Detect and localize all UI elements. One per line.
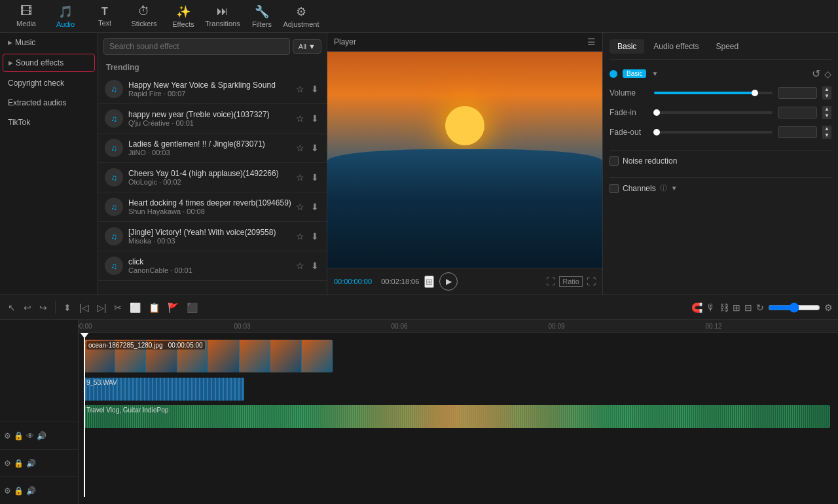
download-button-4[interactable]: ⬇: [310, 171, 320, 184]
volume-value[interactable]: 0.0dB: [778, 87, 817, 99]
diamond-button[interactable]: ◇: [824, 67, 831, 80]
fadein-thumb[interactable]: [653, 109, 660, 116]
undo-button[interactable]: ↺: [812, 67, 820, 80]
play-button[interactable]: ▶: [439, 272, 458, 291]
sidebar-item-sound-effects[interactable]: ▶ Sound effects: [3, 54, 95, 72]
copy-btn[interactable]: ⬜: [127, 300, 143, 315]
zoom-slider[interactable]: [768, 302, 820, 313]
track-a2-settings[interactable]: ⚙: [4, 486, 11, 495]
fadeout-slider[interactable]: [654, 131, 773, 134]
toolbar-audio[interactable]: 🎵 Audio: [46, 1, 85, 31]
split-audio-btn[interactable]: ⊞: [733, 302, 740, 313]
link-btn[interactable]: ⛓: [720, 302, 729, 313]
expand-button[interactable]: ⛶: [587, 276, 596, 287]
select-tool[interactable]: ↖: [5, 300, 18, 315]
tab-speed[interactable]: Speed: [708, 39, 747, 54]
track-audio-icon[interactable]: 🔊: [37, 431, 46, 441]
redo-tl[interactable]: ↪: [37, 300, 50, 315]
download-button-7[interactable]: ⬇: [310, 259, 320, 272]
toolbar-media[interactable]: 🎞 Media: [7, 1, 46, 31]
volume-thumb[interactable]: [752, 90, 758, 96]
sidebar-item-copyright[interactable]: Copyright check: [0, 73, 98, 93]
join-btn[interactable]: ⊟: [744, 302, 752, 313]
volume-up[interactable]: ▲: [822, 86, 831, 93]
grid-button[interactable]: ⊞: [424, 276, 434, 288]
loop-btn[interactable]: ↻: [756, 302, 764, 313]
sidebar-item-tiktok[interactable]: TikTok: [0, 113, 98, 132]
timeline-ruler: 00:00 00:03 00:06 00:09 00:12 1:00: [79, 320, 838, 333]
tab-audio-effects[interactable]: Audio effects: [646, 39, 706, 54]
toolbar-effects[interactable]: ✨ Effects: [164, 1, 203, 31]
basic-badge[interactable]: Basic: [623, 69, 646, 78]
video-track[interactable]: ocean-1867285_1280.jpg 00:00:05:00: [84, 340, 333, 372]
fadeout-up[interactable]: ▲: [822, 126, 831, 132]
track-a1-settings[interactable]: ⚙: [4, 459, 11, 468]
split-btn[interactable]: ⬍: [61, 300, 74, 315]
track-a2-lock[interactable]: 🔒: [14, 486, 24, 495]
sidebar-item-extracted[interactable]: Extracted audios: [0, 93, 98, 113]
fadein-value[interactable]: 0.0s: [778, 107, 817, 118]
track-a1-vol[interactable]: 🔊: [26, 459, 36, 468]
track-a2-vol[interactable]: 🔊: [26, 486, 36, 495]
fadeout-value[interactable]: 0.0s: [778, 126, 817, 138]
audio-track-2[interactable]: Travel Vlog, Guitar IndiePop: [84, 405, 830, 428]
sound-item-1[interactable]: ♫ Happy New Year Voice & Sparkling Sound…: [98, 75, 327, 104]
marker-btn[interactable]: 🚩: [165, 300, 181, 315]
track-settings-icon[interactable]: ⚙: [4, 431, 11, 441]
noise-reduction-checkbox[interactable]: [610, 156, 619, 166]
freeze-btn[interactable]: ⬛: [184, 300, 200, 315]
mic-btn[interactable]: 🎙: [706, 302, 716, 313]
player-menu-button[interactable]: ☰: [587, 37, 596, 47]
sound-item-3[interactable]: ♫ Ladies & gentlemen! !! / Jingle(873071…: [98, 134, 327, 163]
paste-btn[interactable]: 📋: [146, 300, 162, 315]
sound-actions-6: ☆ ⬇: [295, 230, 320, 243]
trim-right-btn[interactable]: ▷|: [94, 300, 109, 315]
fadein-up[interactable]: ▲: [822, 106, 831, 113]
favorite-button-5[interactable]: ☆: [295, 200, 306, 213]
ratio-button[interactable]: Ratio: [559, 276, 583, 287]
favorite-button-3[interactable]: ☆: [295, 141, 306, 154]
sidebar-item-music[interactable]: ▶ Music: [0, 33, 98, 52]
download-button-6[interactable]: ⬇: [310, 230, 320, 243]
toolbar-adjustment[interactable]: ⚙ Adjustment: [282, 1, 321, 31]
channels-checkbox[interactable]: [610, 184, 619, 193]
track-lock-icon[interactable]: 🔒: [14, 431, 24, 441]
fadeout-thumb[interactable]: [653, 129, 660, 135]
toolbar-stickers[interactable]: ⏱ Stickers: [124, 1, 164, 31]
sound-item-5[interactable]: ♫ Heart docking 4 times deeper reverb(10…: [98, 192, 327, 222]
fadeout-down[interactable]: ▼: [822, 132, 831, 139]
search-input[interactable]: [103, 38, 290, 55]
download-button-1[interactable]: ⬇: [310, 82, 320, 96]
magnet-btn[interactable]: 🧲: [691, 302, 702, 313]
favorite-button-2[interactable]: ☆: [295, 112, 306, 125]
download-button-2[interactable]: ⬇: [310, 112, 320, 125]
sound-item-7[interactable]: ♫ click CanonCable · 00:01 ☆ ⬇: [98, 251, 327, 281]
download-button-5[interactable]: ⬇: [310, 200, 320, 213]
tab-basic[interactable]: Basic: [610, 39, 644, 54]
filter-button[interactable]: All ▼: [293, 39, 321, 54]
settings-tl-btn[interactable]: ⚙: [824, 302, 833, 313]
sound-item-6[interactable]: ♫ [Jingle] Victory! (Yeah! With voice(20…: [98, 222, 327, 251]
fadein-down[interactable]: ▼: [822, 113, 831, 119]
sound-name-3: Ladies & gentlemen! !! / Jingle(873071): [128, 139, 295, 149]
favorite-button-7[interactable]: ☆: [295, 259, 306, 272]
sound-item-4[interactable]: ♫ Cheers Yay 01-4 (high applause)(149226…: [98, 163, 327, 192]
favorite-button-4[interactable]: ☆: [295, 171, 306, 184]
volume-slider[interactable]: [654, 92, 773, 94]
track-eye-icon[interactable]: 👁: [26, 431, 34, 441]
track-a1-lock[interactable]: 🔒: [14, 459, 24, 468]
sound-item-2[interactable]: ♫ happy new year (Treble voice)(1037327)…: [98, 104, 327, 134]
fullscreen-crop-button[interactable]: ⛶: [546, 276, 555, 287]
delete-btn[interactable]: ✂: [111, 300, 124, 315]
audio-track-1[interactable]: 9_53.WAV: [84, 378, 244, 401]
favorite-button-6[interactable]: ☆: [295, 230, 306, 243]
undo-tl[interactable]: ↩: [21, 300, 34, 315]
favorite-button-1[interactable]: ☆: [295, 82, 306, 96]
trim-left-btn[interactable]: |◁: [77, 300, 92, 315]
toolbar-filters[interactable]: 🔧 Filters: [242, 1, 282, 31]
volume-down[interactable]: ▼: [822, 93, 831, 99]
download-button-3[interactable]: ⬇: [310, 141, 320, 154]
toolbar-text[interactable]: T Text: [85, 1, 124, 31]
fadein-slider[interactable]: [654, 111, 773, 114]
toolbar-transitions[interactable]: ⏭ Transitions: [203, 1, 242, 31]
